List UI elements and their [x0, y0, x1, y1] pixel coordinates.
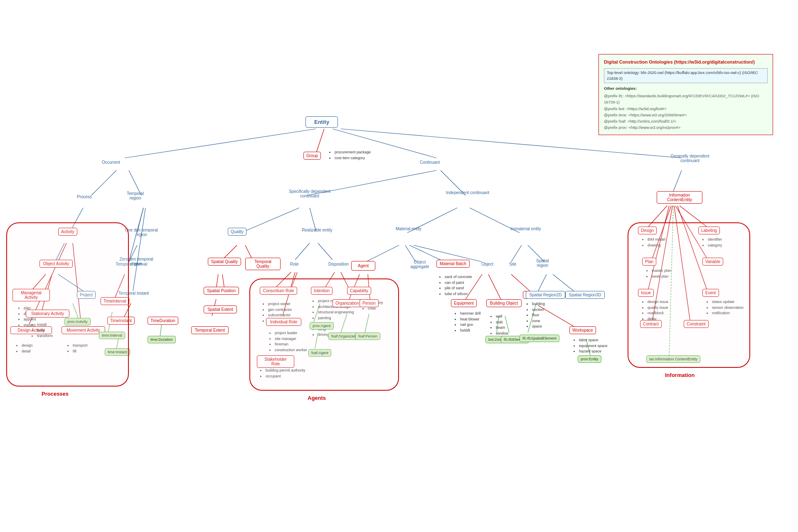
- page: Digital Construction Ontologies (https:/…: [0, 0, 798, 532]
- agents-group: [249, 278, 399, 391]
- time-duration-green-node: time:Duration: [148, 336, 176, 343]
- occurrent-label: Occurrent: [102, 160, 120, 165]
- realizable-entity-label: Realizable entity: [298, 228, 336, 232]
- svg-line-4: [91, 170, 116, 195]
- equipment-bullets: hammer drill heat blower nail gun forkli…: [450, 311, 481, 333]
- material-batch-bullets: sack of concrete can of paint pile of sa…: [434, 274, 472, 297]
- svg-line-25: [310, 208, 316, 231]
- svg-line-31: [295, 243, 310, 260]
- agent-node: Agent: [351, 261, 375, 271]
- svg-line-56: [511, 274, 532, 293]
- continuant-label: Continuant: [420, 160, 440, 165]
- site-label: Site: [509, 262, 516, 266]
- role-label: Role: [290, 262, 299, 266]
- immaterial-entity-label: Immaterial entity: [507, 227, 544, 231]
- temporal-region-label: Temporalregion: [127, 191, 144, 200]
- workspace-node: Workspace: [569, 326, 596, 334]
- prov-entity-node: prov:Entity: [578, 355, 601, 363]
- information-label: Information: [665, 372, 695, 378]
- svg-line-0: [125, 129, 316, 158]
- spatial-region2d-node: Spatial Region2D: [526, 291, 565, 299]
- ifc-spatial-element-node: ifc:IfcSpatialElement: [520, 335, 559, 342]
- processes-group: [6, 222, 129, 387]
- svg-line-32: [318, 243, 332, 260]
- object-label: Object: [481, 262, 493, 266]
- workspace-bullets: labor space equipment space hazard space: [569, 337, 608, 355]
- agents-label: Agents: [308, 395, 326, 401]
- group-bullets: procurement package cost item category: [324, 150, 371, 161]
- svg-line-37: [409, 245, 445, 262]
- temporal-extent-node: Temporal Extent: [191, 326, 229, 334]
- information-content-entity-node: Information ContentEntity: [657, 191, 702, 204]
- svg-line-38: [414, 245, 482, 262]
- equipment-node: Equipment: [451, 299, 477, 307]
- spatial-region-label: Spatialregion: [536, 259, 549, 268]
- svg-line-62: [673, 170, 682, 191]
- process-label: Process: [77, 195, 92, 199]
- svg-line-36: [405, 245, 416, 262]
- generally-dependent-label: Generally dependent continuant: [665, 154, 715, 163]
- spatial-region3d-node: Spatial Region3D: [565, 291, 605, 299]
- disposition-label: Disposition: [328, 262, 349, 266]
- object-aggregate-label: Object aggregate: [405, 260, 434, 269]
- processes-label: Processes: [42, 391, 69, 397]
- svg-line-54: [511, 245, 522, 262]
- time-duration-node: TimeDuration: [148, 317, 178, 325]
- svg-line-35: [366, 245, 399, 262]
- specifically-dependent-label: Specifically dependent continuant: [287, 189, 332, 198]
- spatial-quality-node: Spatial Quality: [208, 258, 241, 266]
- spatial-position-node: Spatial Position: [204, 287, 239, 295]
- svg-line-1: [316, 129, 324, 154]
- material-batch-node: Material Batch: [436, 260, 470, 268]
- svg-line-3: [341, 129, 682, 158]
- building-object-node: Building Object: [486, 299, 522, 307]
- svg-line-51: [488, 274, 501, 299]
- svg-line-58: [553, 274, 574, 291]
- location-bullets: building section floor zone space: [522, 301, 545, 330]
- quality-node: Quality: [228, 228, 246, 236]
- material-entity-label: Material entity: [390, 227, 427, 231]
- information-group: [628, 222, 750, 368]
- spatial-extent-node: Spatial Extent: [204, 305, 237, 313]
- independent-continuant-label: Independent continuant: [445, 190, 490, 195]
- temporal-quality-node: Temporal Quality: [245, 258, 281, 270]
- svg-line-57: [538, 274, 547, 291]
- entity-node: Entity: [305, 116, 338, 128]
- svg-line-24: [241, 208, 299, 233]
- group-node: Group: [303, 152, 321, 160]
